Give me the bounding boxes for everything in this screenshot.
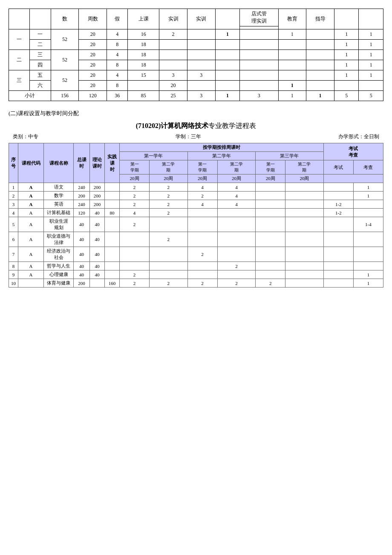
header-week6: 20周 — [285, 174, 323, 183]
seq-3: 3 — [9, 200, 18, 209]
v6-2-1: 1 — [359, 50, 383, 60]
v1-1-1: 1 — [215, 29, 240, 40]
subtotal-v4: 1 — [306, 91, 334, 101]
header-code: 课程代码 — [18, 143, 44, 183]
v1-1-2 — [215, 40, 240, 50]
t1-3: 2 — [120, 200, 150, 209]
t2-6: 2 — [150, 232, 187, 247]
weekcount-2-1: 20 — [79, 50, 107, 60]
t6-2 — [285, 192, 323, 200]
term-5: 五 — [30, 70, 51, 81]
code-4: A — [18, 209, 44, 217]
holiday-1-1: 4 — [107, 29, 128, 40]
t2-5 — [150, 217, 187, 232]
v4-2-1 — [306, 50, 334, 60]
seq-1: 1 — [9, 183, 18, 192]
name-7: 经济政治与社会 — [44, 247, 74, 262]
theory-7: 40 — [90, 247, 105, 262]
exam-2 — [323, 192, 353, 200]
t4-4 — [217, 209, 255, 217]
header-week1: 20周 — [120, 174, 150, 183]
check-7 — [353, 247, 383, 262]
table-row: 10 体育与健康 200 160 2 2 2 2 2 1 — [9, 279, 383, 288]
v3-1-2 — [278, 40, 306, 50]
practice2-1-1 — [187, 29, 215, 40]
practice-9 — [105, 270, 120, 279]
holiday-2-2: 8 — [107, 60, 128, 70]
t5-2 — [256, 192, 285, 200]
meta-school-year: 学制：三年 — [176, 133, 201, 140]
practice1-3-2: 20 — [159, 81, 187, 91]
header-seq: 序号 — [9, 143, 18, 183]
class-3-2 — [128, 81, 159, 91]
seq-4: 4 — [9, 209, 18, 217]
v1-3-1 — [215, 70, 240, 81]
v2-1-1 — [240, 29, 278, 40]
header-week5: 20周 — [256, 174, 285, 183]
t2-9 — [150, 270, 187, 279]
t3-4 — [187, 209, 217, 217]
header-year1: 第一学年 — [120, 152, 188, 160]
t3-2: 2 — [187, 192, 217, 200]
header-theory: 理论课时 — [90, 143, 105, 183]
practice-8 — [105, 262, 120, 270]
total-10: 200 — [74, 279, 90, 288]
header-name: 课程名称 — [44, 143, 74, 183]
total-7: 40 — [74, 247, 90, 262]
t1-8 — [120, 262, 150, 270]
check-5: 1-4 — [353, 217, 383, 232]
subtotal-v1: 1 — [215, 91, 240, 101]
group-3: 三 — [9, 70, 30, 91]
schedule-table: 序号 课程代码 课程名称 总课时 理论课时 实践课时 按学期按排周课时 考试考查… — [9, 143, 383, 288]
total-3: 240 — [74, 200, 90, 209]
col-header-practice1: 实训 — [159, 9, 187, 29]
total-8: 40 — [74, 262, 90, 270]
holiday-2-1: 4 — [107, 50, 128, 60]
seq-10: 10 — [9, 279, 18, 288]
name-1: 语文 — [44, 183, 74, 192]
theory-5: 40 — [90, 217, 105, 232]
v2-2-1 — [240, 50, 278, 60]
table-row: 4 A 计算机基础 120 40 80 4 2 1-2 — [9, 209, 383, 217]
practice-7 — [105, 247, 120, 262]
top-schedule-table: 数 周数 假 上课 实训 实训 店式管理实训 教育 指导 一 一 52 20 4… — [9, 9, 383, 101]
weekcount-1-2: 20 — [79, 40, 107, 50]
t4-6 — [217, 232, 255, 247]
exam-4: 1-2 — [323, 209, 353, 217]
practice-4: 80 — [105, 209, 120, 217]
practice2-2-2 — [187, 60, 215, 70]
seq-7: 7 — [9, 247, 18, 262]
subtotal-practice1: 25 — [159, 91, 187, 101]
weekcount-3-2: 20 — [79, 81, 107, 91]
practice-2 — [105, 192, 120, 200]
practice2-3-2 — [187, 81, 215, 91]
subtotal-v5: 5 — [334, 91, 359, 101]
exam-8 — [323, 262, 353, 270]
table-row: 7 A 经济政治与社会 40 40 2 — [9, 247, 383, 262]
class-2-2: 18 — [128, 60, 159, 70]
theory-10 — [90, 279, 105, 288]
practice1-2-1 — [159, 50, 187, 60]
t3-8 — [187, 262, 217, 270]
t2-8 — [150, 262, 187, 270]
header-practice: 实践课时 — [105, 143, 120, 183]
t6-7 — [285, 247, 323, 262]
v2-3-1 — [240, 70, 278, 81]
col-header-weekcount: 周数 — [79, 9, 107, 29]
seq-2: 2 — [9, 192, 18, 200]
t1-9: 2 — [120, 270, 150, 279]
weekcount-2-2: 20 — [79, 60, 107, 70]
seq-8: 8 — [9, 262, 18, 270]
theory-2: 200 — [90, 192, 105, 200]
header-term3: 第一学期 — [187, 160, 217, 174]
col-header-edu: 教育 — [278, 9, 306, 29]
v3-1-1: 1 — [278, 29, 306, 40]
practice2-1-2 — [187, 40, 215, 50]
header-week2: 20周 — [150, 174, 187, 183]
v4-3-1 — [306, 70, 334, 81]
t6-5 — [285, 217, 323, 232]
subtotal-label: 小计 — [9, 91, 51, 101]
weekcount-3-1: 20 — [79, 70, 107, 81]
header-exam: 考试 — [323, 160, 353, 174]
col-header-blank — [215, 9, 240, 29]
